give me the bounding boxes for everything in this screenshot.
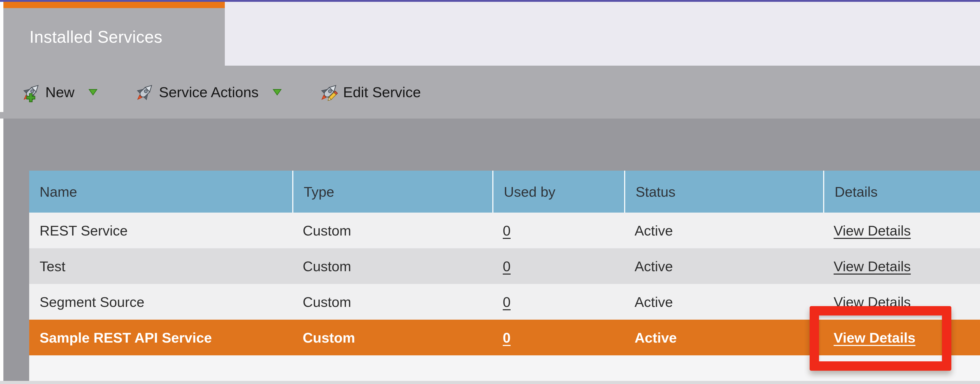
cell-status: Active xyxy=(624,284,823,320)
table-header-row: Name Type Used by Status Details xyxy=(29,170,980,213)
edit-service-button-label: Edit Service xyxy=(343,84,421,100)
cell-name: Sample REST API Service xyxy=(29,320,292,355)
annotation-red-box xyxy=(810,306,951,371)
cell-status: Active xyxy=(624,213,823,248)
screen: Installed Services New xyxy=(0,0,980,384)
view-details-link[interactable]: View Details xyxy=(834,223,911,239)
table-row[interactable]: REST Service Custom 0 Active View Detail… xyxy=(29,213,980,248)
cell-type: Custom xyxy=(292,320,492,355)
page-left-gutter xyxy=(0,118,3,381)
dropdown-caret-icon xyxy=(89,89,97,96)
cell-status: Active xyxy=(624,248,823,284)
cell-used-by: 0 xyxy=(492,284,624,320)
used-by-count-link[interactable]: 0 xyxy=(503,294,511,310)
edit-service-button[interactable]: Edit Service xyxy=(318,81,421,103)
used-by-count-link[interactable]: 0 xyxy=(503,258,511,274)
tab-label: Installed Services xyxy=(3,27,162,47)
tab-accent xyxy=(3,2,225,8)
used-by-count-link[interactable]: 0 xyxy=(503,330,511,346)
toolbar: New Service Actions xyxy=(0,66,980,118)
column-header-status[interactable]: Status xyxy=(624,170,823,213)
cell-used-by: 0 xyxy=(492,320,624,355)
bottom-strip xyxy=(0,381,980,384)
cell-name: Segment Source xyxy=(29,284,292,320)
top-accent-bar xyxy=(0,0,980,2)
service-actions-button-label: Service Actions xyxy=(159,84,259,100)
new-button[interactable]: New xyxy=(20,81,97,103)
cell-name: Test xyxy=(29,248,292,284)
column-header-used-by[interactable]: Used by xyxy=(492,170,624,213)
cell-used-by: 0 xyxy=(492,213,624,248)
view-details-link[interactable]: View Details xyxy=(834,258,911,274)
cell-type: Custom xyxy=(292,248,492,284)
tab-installed-services[interactable]: Installed Services xyxy=(3,2,225,66)
cell-type: Custom xyxy=(292,213,492,248)
table-row[interactable]: Test Custom 0 Active View Details xyxy=(29,248,980,284)
column-header-type[interactable]: Type xyxy=(292,170,492,213)
page-left-gutter xyxy=(0,2,3,112)
cell-details: View Details xyxy=(823,248,980,284)
rocket-icon xyxy=(134,81,156,103)
cell-type: Custom xyxy=(292,284,492,320)
cell-name: REST Service xyxy=(29,213,292,248)
used-by-count-link[interactable]: 0 xyxy=(503,223,511,239)
cell-status: Active xyxy=(624,320,823,355)
rocket-add-icon xyxy=(20,81,42,103)
column-header-details[interactable]: Details xyxy=(823,170,980,213)
service-actions-button[interactable]: Service Actions xyxy=(134,81,282,103)
dropdown-caret-icon xyxy=(273,89,282,96)
rocket-edit-icon xyxy=(318,81,340,103)
cell-details: View Details xyxy=(823,213,980,248)
new-button-label: New xyxy=(45,84,75,100)
tab-strip: Installed Services xyxy=(0,2,980,66)
cell-used-by: 0 xyxy=(492,248,624,284)
column-header-name[interactable]: Name xyxy=(29,170,292,213)
